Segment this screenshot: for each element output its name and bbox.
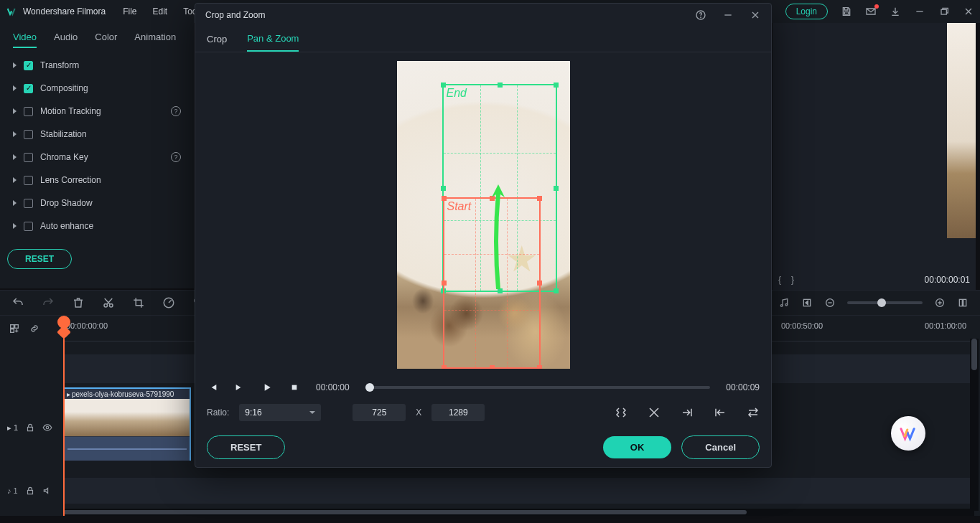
- help-icon[interactable]: [695, 9, 706, 21]
- prop-chroma-key[interactable]: Chroma Key?: [0, 146, 194, 169]
- svg-point-11: [780, 305, 783, 307]
- download-icon[interactable]: [890, 6, 901, 17]
- fit-icon[interactable]: [957, 297, 969, 308]
- lock-icon[interactable]: [25, 486, 35, 496]
- checkbox-icon[interactable]: [24, 84, 33, 93]
- lock-icon[interactable]: [25, 423, 35, 433]
- audio-track-icon[interactable]: [778, 297, 790, 308]
- login-button[interactable]: Login: [785, 4, 828, 19]
- marker-icon[interactable]: [801, 297, 813, 308]
- menu-file[interactable]: File: [123, 6, 136, 17]
- properties-panel: Video Audio Color Animation Transform Co…: [0, 23, 194, 288]
- height-input[interactable]: 1289: [431, 404, 485, 421]
- slider-knob[interactable]: [877, 298, 886, 307]
- audio-track-body[interactable]: [63, 478, 974, 504]
- svg-rect-26: [292, 385, 297, 390]
- prop-drop-shadow[interactable]: Drop Shadow: [0, 192, 194, 215]
- width-input[interactable]: 725: [353, 404, 406, 421]
- minimize-icon[interactable]: [722, 9, 734, 21]
- expand-icon: [13, 177, 17, 183]
- checkbox-icon[interactable]: [24, 199, 33, 208]
- redo-icon[interactable]: [42, 296, 55, 309]
- svg-rect-19: [15, 325, 19, 329]
- prop-transform[interactable]: Transform: [0, 54, 194, 77]
- dialog-ok-button[interactable]: OK: [603, 436, 672, 458]
- dialog-titlebar: Crop and Zoom: [195, 4, 771, 27]
- svg-point-22: [46, 426, 49, 429]
- dialog-cancel-button[interactable]: Cancel: [681, 435, 760, 459]
- align-end-icon[interactable]: [681, 406, 694, 419]
- align-start-icon[interactable]: [714, 406, 727, 419]
- checkbox-icon[interactable]: [24, 61, 33, 70]
- zoom-in-icon[interactable]: [934, 297, 946, 308]
- window-close-icon[interactable]: [963, 6, 974, 17]
- help-icon[interactable]: ?: [171, 152, 181, 162]
- expand-icon: [13, 108, 17, 114]
- prop-compositing[interactable]: Compositing: [0, 77, 194, 100]
- flip-icon[interactable]: [747, 406, 760, 419]
- menu-edit[interactable]: Edit: [153, 6, 168, 17]
- close-icon[interactable]: [750, 9, 761, 21]
- app-logo-icon: [6, 6, 17, 17]
- cut-icon[interactable]: [102, 296, 115, 309]
- zoom-out-icon[interactable]: [824, 297, 836, 308]
- timeline-link-icon[interactable]: [29, 323, 40, 334]
- tab-audio[interactable]: Audio: [54, 32, 78, 48]
- ratio-select[interactable]: 9:16: [239, 404, 321, 421]
- wondershare-badge-icon[interactable]: [891, 416, 925, 451]
- svg-rect-20: [11, 329, 14, 333]
- window-minimize-icon[interactable]: [914, 6, 925, 17]
- mute-icon[interactable]: [42, 486, 52, 496]
- crop-icon[interactable]: [132, 296, 145, 309]
- end-label: End: [447, 87, 467, 100]
- tab-crop[interactable]: Crop: [207, 27, 227, 52]
- player-seek-slider[interactable]: [365, 386, 711, 389]
- brace-left[interactable]: {: [778, 275, 781, 285]
- swap-icon[interactable]: [648, 406, 661, 419]
- start-region[interactable]: Start: [443, 197, 541, 369]
- tab-color[interactable]: Color: [95, 32, 117, 48]
- prop-auto-enhance[interactable]: Auto enhance: [0, 215, 194, 237]
- checkbox-icon[interactable]: [24, 153, 33, 162]
- clip-name: pexels-olya-kobruseva-5791990: [72, 390, 174, 398]
- prop-motion-tracking[interactable]: Motion Tracking?: [0, 100, 194, 123]
- zoom-slider[interactable]: [847, 301, 923, 304]
- tab-video[interactable]: Video: [13, 32, 37, 48]
- preview-image[interactable]: End Start: [397, 61, 570, 369]
- slider-knob[interactable]: [365, 383, 374, 392]
- checkbox-icon[interactable]: [24, 222, 33, 231]
- properties-reset-button[interactable]: RESET: [7, 249, 72, 269]
- visibility-icon[interactable]: [42, 423, 52, 433]
- speed-icon[interactable]: [162, 296, 175, 309]
- step-back-icon[interactable]: [207, 382, 218, 393]
- play-icon[interactable]: [261, 382, 273, 393]
- expand-icon: [13, 62, 17, 68]
- brace-right[interactable]: }: [791, 275, 794, 285]
- svg-rect-16: [959, 299, 962, 306]
- timeline-scrollbar[interactable]: [63, 509, 974, 516]
- tab-animation[interactable]: Animation: [134, 32, 176, 48]
- message-icon[interactable]: [865, 6, 877, 17]
- stop-icon[interactable]: [289, 382, 300, 393]
- prop-stabilization[interactable]: Stabilization: [0, 123, 194, 146]
- tab-pan-zoom[interactable]: Pan & Zoom: [247, 27, 299, 52]
- step-forward-icon[interactable]: [234, 382, 246, 393]
- save-icon[interactable]: [841, 6, 852, 17]
- timeline-add-icon[interactable]: [9, 323, 20, 334]
- checkbox-icon[interactable]: [24, 130, 33, 139]
- vertical-scrollbar[interactable]: [970, 339, 979, 511]
- prop-lens-correction[interactable]: Lens Correction: [0, 169, 194, 192]
- preview-image: [947, 23, 976, 238]
- window-restore-icon[interactable]: [938, 6, 950, 17]
- undo-icon[interactable]: [11, 296, 24, 309]
- pan-zoom-canvas[interactable]: End Start: [195, 52, 771, 377]
- collapse-icon[interactable]: [615, 406, 627, 419]
- timeline-clip[interactable]: ▸pexels-olya-kobruseva-5791990: [63, 387, 191, 461]
- x-separator: X: [416, 407, 421, 418]
- dialog-reset-button[interactable]: RESET: [207, 435, 285, 459]
- help-icon[interactable]: ?: [171, 106, 181, 116]
- main-menu: File Edit Tools: [123, 6, 203, 17]
- checkbox-icon[interactable]: [24, 176, 33, 185]
- checkbox-icon[interactable]: [24, 107, 33, 116]
- delete-icon[interactable]: [72, 296, 85, 309]
